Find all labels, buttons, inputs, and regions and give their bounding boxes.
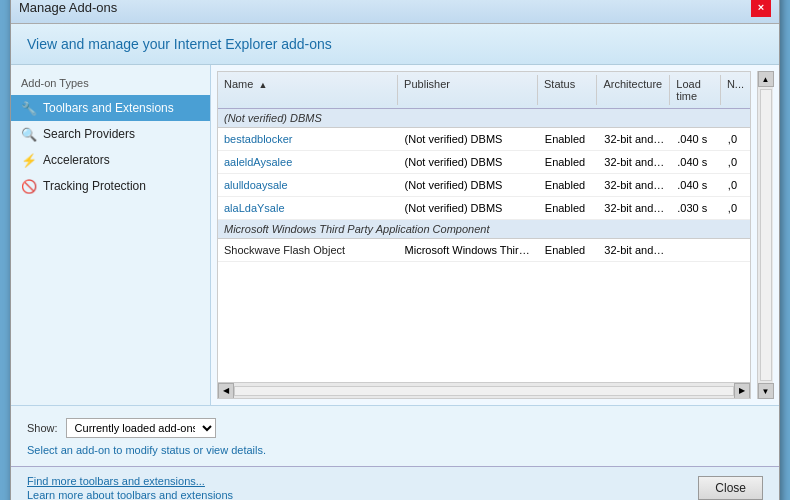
cell-publisher: (Not verified) DBMS [399, 200, 539, 216]
cell-publisher: (Not verified) DBMS [399, 177, 539, 193]
col-nav[interactable]: N... [721, 75, 750, 105]
cell-status: Enabled [539, 242, 599, 258]
scroll-right-button[interactable]: ▶ [734, 383, 750, 399]
show-label: Show: [27, 422, 58, 434]
cell-status: Enabled [539, 200, 599, 216]
cell-load: .040 s [671, 154, 722, 170]
table-body: (Not verified) DBMS bestadblocker (Not v… [218, 109, 750, 382]
cell-arch: 32-bit and ... [598, 131, 671, 147]
sidebar-item-toolbars[interactable]: 🔧 Toolbars and Extensions [11, 95, 210, 121]
cell-nav: ,0 [722, 200, 750, 216]
sidebar-item-search[interactable]: 🔍 Search Providers [11, 121, 210, 147]
close-button[interactable]: Close [698, 476, 763, 500]
col-publisher[interactable]: Publisher [398, 75, 538, 105]
bottom-links: Find more toolbars and extensions... Lea… [27, 475, 233, 500]
header-banner: View and manage your Internet Explorer a… [11, 24, 779, 65]
cell-nav: ,0 [722, 177, 750, 193]
horizontal-scroll-track[interactable] [234, 386, 734, 396]
scroll-left-button[interactable]: ◀ [218, 383, 234, 399]
vertical-scroll-track[interactable] [760, 89, 772, 381]
title-bar: Manage Add-ons × [11, 0, 779, 24]
col-name[interactable]: Name ▲ [218, 75, 398, 105]
cell-publisher: (Not verified) DBMS [399, 154, 539, 170]
cell-load: .030 s [671, 200, 722, 216]
cell-status: Enabled [539, 131, 599, 147]
cell-nav [722, 242, 750, 258]
toolbars-icon: 🔧 [21, 100, 37, 116]
sidebar-item-accelerators[interactable]: ⚡ Accelerators [11, 147, 210, 173]
window-close-button[interactable]: × [751, 0, 771, 17]
cell-publisher: Microsoft Windows Third... [399, 242, 539, 258]
footer-hint: Select an add-on to modify status or vie… [27, 444, 763, 456]
cell-arch: 32-bit and ... [598, 200, 671, 216]
table-row[interactable]: bestadblocker (Not verified) DBMS Enable… [218, 128, 750, 151]
group-header-microsoft: Microsoft Windows Third Party Applicatio… [218, 220, 750, 239]
main-window: Manage Add-ons × View and manage your In… [10, 0, 780, 500]
col-status[interactable]: Status [538, 75, 597, 105]
cell-nav: ,0 [722, 154, 750, 170]
search-providers-icon: 🔍 [21, 126, 37, 142]
cell-load [671, 242, 722, 258]
table-row[interactable]: alulldoaysale (Not verified) DBMS Enable… [218, 174, 750, 197]
cell-arch: 32-bit and ... [598, 242, 671, 258]
cell-status: Enabled [539, 154, 599, 170]
learn-more-link[interactable]: Learn more about toolbars and extensions [27, 489, 233, 500]
cell-publisher: (Not verified) DBMS [399, 131, 539, 147]
sidebar-label-accelerators: Accelerators [43, 153, 110, 167]
cell-name: bestadblocker [218, 131, 399, 147]
accelerators-icon: ⚡ [21, 152, 37, 168]
sidebar-item-tracking[interactable]: 🚫 Tracking Protection [11, 173, 210, 199]
show-row: Show: Currently loaded add-ons All add-o… [27, 418, 763, 438]
table-header: Name ▲ Publisher Status Architecture Loa… [218, 72, 750, 109]
col-loadtime[interactable]: Load time [670, 75, 721, 105]
sidebar-label-toolbars: Toolbars and Extensions [43, 101, 174, 115]
cell-name: alaLdaYsale [218, 200, 399, 216]
window-title: Manage Add-ons [19, 0, 117, 15]
sidebar-label-tracking: Tracking Protection [43, 179, 146, 193]
table-row[interactable]: aaleldAysalee (Not verified) DBMS Enable… [218, 151, 750, 174]
cell-nav: ,0 [722, 131, 750, 147]
cell-arch: 32-bit and ... [598, 177, 671, 193]
horizontal-scrollbar[interactable]: ◀ ▶ [218, 382, 750, 398]
cell-name: Shockwave Flash Object [218, 242, 399, 258]
find-more-link[interactable]: Find more toolbars and extensions... [27, 475, 233, 487]
sidebar-section-label: Add-on Types [11, 73, 210, 95]
show-select[interactable]: Currently loaded add-ons All add-ons Rec… [66, 418, 216, 438]
content-area: Add-on Types 🔧 Toolbars and Extensions 🔍… [11, 65, 779, 405]
cell-status: Enabled [539, 177, 599, 193]
sidebar-label-search: Search Providers [43, 127, 135, 141]
cell-name: alulldoaysale [218, 177, 399, 193]
col-architecture[interactable]: Architecture [597, 75, 670, 105]
group-header-dbms: (Not verified) DBMS [218, 109, 750, 128]
cell-name: aaleldAysalee [218, 154, 399, 170]
table-row[interactable]: Shockwave Flash Object Microsoft Windows… [218, 239, 750, 262]
scroll-up-button[interactable]: ▲ [758, 71, 774, 87]
cell-load: .040 s [671, 131, 722, 147]
tracking-icon: 🚫 [21, 178, 37, 194]
sort-arrow-name: ▲ [258, 80, 267, 90]
scroll-down-button[interactable]: ▼ [758, 383, 774, 399]
table-row[interactable]: alaLdaYsale (Not verified) DBMS Enabled … [218, 197, 750, 220]
cell-arch: 32-bit and ... [598, 154, 671, 170]
addon-table-panel: Name ▲ Publisher Status Architecture Loa… [217, 71, 751, 399]
cell-load: .040 s [671, 177, 722, 193]
bottom-bar: Find more toolbars and extensions... Lea… [11, 466, 779, 500]
footer-area: Show: Currently loaded add-ons All add-o… [11, 405, 779, 466]
vertical-scrollbar[interactable]: ▲ ▼ [757, 71, 773, 399]
header-text: View and manage your Internet Explorer a… [27, 36, 332, 52]
sidebar: Add-on Types 🔧 Toolbars and Extensions 🔍… [11, 65, 211, 405]
